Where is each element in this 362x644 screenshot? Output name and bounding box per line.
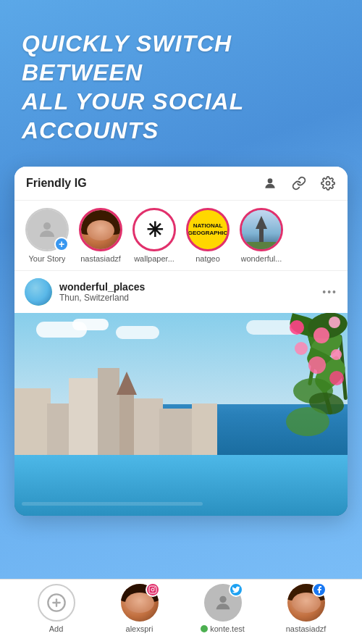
post-more-button[interactable]: ••• [322,286,337,298]
natgeo-label: natgeo [195,254,220,263]
story-wonderful[interactable]: wonderful... [236,208,287,263]
konte-avatar-wrap [204,584,242,622]
story-wallpaper[interactable]: ✳ wallpaper... [129,208,180,263]
link-icon[interactable] [291,175,307,191]
cloud-3 [116,326,159,339]
cloud-4 [246,320,304,335]
alexspri-badge [146,582,160,597]
natgeo-avatar-wrap: NATIONALGEOGRAPHIC [186,208,230,251]
svg-point-2 [43,222,51,230]
konte-badge [229,582,243,597]
settings-icon[interactable] [320,175,336,191]
app-card: Friendly IG + Your [14,167,348,516]
bottom-nav: Add alexspri konte.test [0,579,362,644]
wonderful-avatar [240,208,283,251]
post-image [14,313,348,516]
nastasiadzf-avatar-wrap [287,584,325,622]
wallpaper-avatar: ✳ [132,208,176,251]
stories-row: + Your Story nastasiadzf [14,201,348,270]
svg-point-9 [219,595,226,602]
svg-point-7 [151,588,154,591]
post-image-scene [14,313,348,516]
nastasiadzf-badge [312,582,327,597]
konte-label: konte.test [201,624,245,633]
svg-point-8 [154,587,156,588]
nav-add[interactable]: Add [28,584,85,633]
post-location: Thun, Switzerland [59,293,322,303]
post-avatar [25,278,52,306]
wonderful-label: wonderful... [241,254,282,263]
nav-add-label: Add [49,624,64,633]
header-title: Quickly Switch Between All Your Social A… [22,29,340,145]
water-reflections [22,502,203,506]
add-story-badge: + [54,237,69,251]
nav-konte[interactable]: konte.test [194,584,252,633]
alexspri-label: alexspri [126,624,153,633]
story-your-story[interactable]: + Your Story [22,208,72,263]
post-username: wonderful_places [59,281,322,293]
post-info: wonderful_places Thun, Switzerland [59,281,322,303]
svg-point-0 [268,178,273,183]
topbar-icons [262,175,336,191]
wonderful-avatar-wrap [240,208,283,251]
online-indicator [201,625,208,632]
story-natgeo[interactable]: NATIONALGEOGRAPHIC natgeo [182,208,233,263]
svg-rect-6 [149,586,156,593]
nastasia-label: nastasiadzf [80,254,121,263]
wallpaper-avatar-wrap: ✳ [132,208,176,251]
water [14,455,348,516]
app-title: Friendly IG [26,177,262,190]
profile-icon[interactable] [262,175,278,191]
cloud-2 [72,319,109,330]
buildings-layer [14,358,348,459]
alexspri-avatar-wrap [121,584,159,622]
story-nastasia[interactable]: nastasiadzf [75,208,126,263]
header-section: Quickly Switch Between All Your Social A… [0,0,362,167]
nastasia-avatar [79,208,122,251]
nav-alexspri[interactable]: alexspri [111,584,169,633]
post-header: wonderful_places Thun, Switzerland ••• [14,270,348,313]
nastasiadzf-label: nastasiadzf [286,624,327,633]
your-story-avatar-wrap: + [25,208,69,251]
natgeo-avatar: NATIONALGEOGRAPHIC [186,208,230,251]
app-topbar: Friendly IG [14,167,348,201]
your-story-label: Your Story [29,254,66,263]
natgeo-text: NATIONALGEOGRAPHIC [188,222,228,236]
svg-point-1 [327,182,330,185]
nav-nastasiadzf[interactable]: nastasiadzf [277,584,335,633]
nav-add-btn[interactable] [38,584,75,622]
wallpaper-label: wallpaper... [134,254,174,263]
nastasia-avatar-wrap [79,208,122,251]
